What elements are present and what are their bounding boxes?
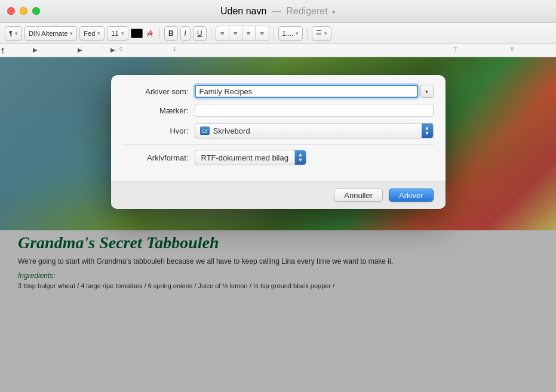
location-stepper-down-icon: ▼	[425, 131, 430, 136]
font-name-selector[interactable]: DIN Alternate ▾	[24, 26, 77, 41]
format-value: RTF-dokument med bilag	[201, 153, 288, 162]
ruler-label-8: 8	[511, 46, 514, 52]
font-style-chevron: ▾	[97, 30, 100, 36]
format-label: Arkivformat:	[123, 153, 195, 162]
format-row: Arkivformat: RTF-dokument med bilag ▲ ▼	[123, 150, 434, 165]
separator-1	[159, 27, 160, 39]
font-style-selector[interactable]: Fed ▾	[79, 26, 105, 41]
italic-label: I	[185, 29, 186, 38]
font-size-label: 11	[111, 30, 118, 37]
font-size-selector[interactable]: 11 ▾	[107, 26, 128, 41]
separator-3	[274, 27, 274, 39]
paragraph-chevron: ▾	[15, 30, 18, 36]
ruler-tab-marker-3[interactable]: ▶	[110, 47, 115, 53]
underline-label: U	[197, 29, 202, 38]
filename-dropdown-button[interactable]: ▾	[420, 85, 434, 98]
ruler: ¶ ▶ ▶ ▶ 0 1 7 8	[0, 44, 556, 57]
titlebar: Uden navn — Redigeret ▾	[0, 0, 556, 23]
maximize-button[interactable]	[32, 7, 40, 15]
align-justify-button[interactable]: ≡	[256, 26, 269, 41]
location-select[interactable]: 🗂 Skrivebord	[195, 123, 422, 138]
filename-input-wrapper: ▾	[195, 85, 434, 98]
dialog-footer: Annuller Arkiver	[111, 181, 446, 209]
format-stepper-down-icon: ▼	[297, 158, 303, 163]
ruler-label-7: 7	[454, 46, 457, 52]
filename-input[interactable]	[195, 85, 418, 98]
align-left-button[interactable]: ≡	[216, 26, 229, 41]
tags-row: Mærker:	[123, 104, 434, 117]
separator-4	[307, 27, 308, 39]
paragraph-button[interactable]: ¶ ▾	[5, 26, 22, 41]
list-chevron: ▾	[296, 30, 299, 36]
align-center-button[interactable]: ≡	[229, 26, 242, 41]
bullet-list-icon: ☰	[316, 29, 322, 37]
format-stepper[interactable]: ▲ ▼	[294, 150, 306, 165]
location-row: Hvor: 🗂 Skrivebord ▲ ▼	[123, 123, 434, 138]
ruler-content: ¶ ▶ ▶ ▶ 0 1 7 8	[0, 44, 556, 57]
save-button[interactable]: Arkiver	[389, 189, 433, 202]
cancel-button[interactable]: Annuller	[334, 189, 383, 202]
ruler-label-0: 0	[119, 46, 122, 52]
modal-overlay: Arkiver som: ▾ Mærker:	[0, 57, 556, 392]
ruler-tab-marker-2[interactable]: ▶	[78, 47, 82, 53]
paragraph-icon: ¶	[9, 30, 13, 37]
location-folder-icon: 🗂	[200, 126, 210, 135]
window-title: Uden navn — Redigeret ▾	[220, 6, 336, 17]
format-select[interactable]: RTF-dokument med bilag	[195, 150, 294, 165]
format-select-wrapper: RTF-dokument med bilag ▲ ▼	[195, 150, 306, 165]
ruler-label-1: 1	[173, 46, 176, 52]
bullet-list-chevron: ▾	[324, 30, 327, 36]
ruler-tab-marker-1[interactable]: ▶	[33, 47, 38, 53]
font-size-chevron: ▾	[121, 30, 124, 36]
location-label: Hvor:	[123, 126, 195, 135]
filename-dropdown-icon: ▾	[425, 88, 428, 95]
font-name-chevron: ▾	[70, 30, 73, 36]
tags-input[interactable]	[195, 104, 434, 117]
font-name-label: DIN Alternate	[29, 30, 67, 37]
font-style-label: Fed	[84, 30, 95, 37]
list-style-selector[interactable]: 1.... ▾	[278, 26, 303, 41]
tags-label: Mærker:	[123, 106, 195, 115]
dialog-divider	[123, 144, 434, 145]
tags-input-wrapper	[195, 104, 434, 117]
bold-button[interactable]: B	[164, 26, 178, 41]
separator-2	[211, 27, 211, 39]
eraser-button[interactable]: A	[145, 26, 155, 41]
location-wrapper: 🗂 Skrivebord ▲ ▼	[195, 123, 434, 138]
save-dialog: Arkiver som: ▾ Mærker:	[111, 75, 446, 209]
content-area: Grandma's Secret Tabbouleh We're going t…	[0, 57, 556, 392]
eraser-icon: A	[148, 29, 153, 38]
italic-button[interactable]: I	[180, 26, 191, 41]
minimize-button[interactable]	[20, 7, 27, 15]
filename-label: Arkiver som:	[123, 87, 195, 96]
list-label: 1....	[282, 30, 293, 37]
filename-row: Arkiver som: ▾	[123, 85, 434, 98]
location-value: Skrivebord	[213, 126, 417, 135]
bold-label: B	[168, 29, 174, 38]
alignment-group: ≡ ≡ ≡ ≡	[216, 26, 269, 41]
window-controls	[7, 7, 40, 15]
toolbar: ¶ ▾ DIN Alternate ▾ Fed ▾ 11 ▾ A B I U ≡…	[0, 23, 556, 44]
dialog-body: Arkiver som: ▾ Mærker:	[111, 75, 446, 181]
text-color-box[interactable]	[131, 29, 143, 38]
location-stepper[interactable]: ▲ ▼	[422, 123, 434, 138]
align-right-button[interactable]: ≡	[242, 26, 256, 41]
underline-button[interactable]: U	[193, 26, 207, 41]
bullet-list-selector[interactable]: ☰ ▾	[312, 26, 331, 41]
ruler-paragraph-icon: ¶	[1, 47, 5, 54]
close-button[interactable]	[7, 7, 15, 15]
